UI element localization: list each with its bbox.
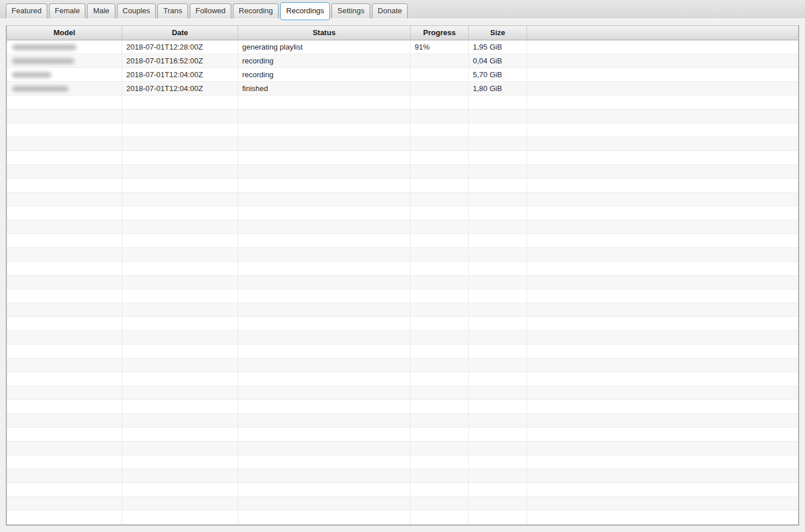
cell-model xyxy=(7,289,122,303)
cell-spacer xyxy=(527,137,798,151)
table-row-empty xyxy=(7,276,798,289)
cell-model xyxy=(7,234,122,248)
table-row[interactable]: 2018-07-01T16:52:00Zrecording0,04 GiB xyxy=(7,54,798,68)
tab-settings[interactable]: Settings xyxy=(332,3,370,18)
table-row-empty xyxy=(7,469,798,483)
cell-spacer xyxy=(527,289,798,303)
cell-size: 1,80 GiB xyxy=(469,82,527,96)
tab-donate[interactable]: Donate xyxy=(372,3,408,18)
cell-progress xyxy=(411,248,469,262)
cell-date: 2018-07-01T12:04:00Z xyxy=(122,68,238,82)
cell-status xyxy=(238,345,411,359)
tab-couples[interactable]: Couples xyxy=(117,3,156,18)
cell-model xyxy=(7,137,122,151)
table-row-empty xyxy=(7,193,798,206)
cell-model xyxy=(7,165,122,179)
cell-model xyxy=(7,414,122,428)
cell-progress xyxy=(411,96,469,110)
table-row[interactable]: 2018-07-01T12:04:00Zrecording5,70 GiB xyxy=(7,68,798,82)
cell-date xyxy=(122,386,238,400)
table-row[interactable]: 2018-07-01T12:28:00Zgenerating playlist9… xyxy=(7,40,798,54)
cell-spacer xyxy=(527,386,798,400)
table-row-empty xyxy=(7,414,798,428)
tab-recording[interactable]: Recording xyxy=(233,3,279,18)
cell-status xyxy=(238,483,411,497)
cell-status xyxy=(238,442,411,455)
table-row-empty xyxy=(7,386,798,400)
cell-model xyxy=(7,123,122,137)
cell-status xyxy=(238,414,411,428)
cell-progress xyxy=(411,137,469,151)
tab-featured[interactable]: Featured xyxy=(6,3,47,18)
column-header-date[interactable]: Date xyxy=(122,26,238,40)
cell-date xyxy=(122,276,238,289)
redacted-model-name xyxy=(12,72,51,78)
cell-spacer xyxy=(527,511,798,525)
redacted-model-name xyxy=(12,44,77,50)
cell-size: 0,04 GiB xyxy=(469,54,527,68)
cell-date xyxy=(122,206,238,220)
cell-date xyxy=(122,96,238,110)
tab-male[interactable]: Male xyxy=(87,3,115,18)
cell-spacer xyxy=(527,40,798,54)
cell-spacer xyxy=(527,220,798,234)
table-row-empty xyxy=(7,303,798,317)
cell-date xyxy=(122,193,238,206)
cell-date xyxy=(122,165,238,179)
cell-status: recording xyxy=(238,54,411,68)
table-row-empty xyxy=(7,220,798,234)
cell-spacer xyxy=(527,331,798,345)
cell-size xyxy=(469,276,527,289)
cell-spacer xyxy=(527,123,798,137)
cell-model xyxy=(7,345,122,359)
tab-female[interactable]: Female xyxy=(49,3,85,18)
column-header-status[interactable]: Status xyxy=(238,26,411,40)
column-header-size[interactable]: Size xyxy=(469,26,527,40)
tab-followed[interactable]: Followed xyxy=(190,3,231,18)
cell-progress xyxy=(411,400,469,414)
table-row-empty xyxy=(7,483,798,497)
cell-status xyxy=(238,234,411,248)
cell-progress xyxy=(411,276,469,289)
cell-size: 1,95 GiB xyxy=(469,40,527,54)
cell-date xyxy=(122,234,238,248)
cell-model xyxy=(7,483,122,497)
cell-model xyxy=(7,262,122,276)
cell-model xyxy=(7,151,122,165)
table-row-empty xyxy=(7,455,798,469)
cell-progress xyxy=(411,54,469,68)
cell-size xyxy=(469,497,527,511)
table-row-empty xyxy=(7,400,798,414)
table-row-empty xyxy=(7,110,798,123)
cell-size xyxy=(469,151,527,165)
cell-spacer xyxy=(527,345,798,359)
table-row-empty xyxy=(7,497,798,511)
cell-date xyxy=(122,303,238,317)
cell-size xyxy=(469,206,527,220)
tab-trans[interactable]: Trans xyxy=(157,3,188,18)
cell-size xyxy=(469,483,527,497)
cell-status xyxy=(238,276,411,289)
table-row-empty xyxy=(7,262,798,276)
column-header-model[interactable]: Model xyxy=(7,26,122,40)
cell-date xyxy=(122,248,238,262)
cell-model xyxy=(7,455,122,469)
cell-size xyxy=(469,179,527,193)
cell-model xyxy=(7,386,122,400)
cell-spacer xyxy=(527,179,798,193)
table-row[interactable]: 2018-07-01T12:04:00Zfinished1,80 GiB xyxy=(7,82,798,96)
cell-model xyxy=(7,359,122,372)
cell-spacer xyxy=(527,82,798,96)
cell-size xyxy=(469,455,527,469)
cell-spacer xyxy=(527,414,798,428)
cell-progress xyxy=(411,193,469,206)
table-row-empty xyxy=(7,511,798,525)
cell-size xyxy=(469,165,527,179)
table-row-empty xyxy=(7,248,798,262)
column-header-progress[interactable]: Progress xyxy=(411,26,469,40)
tab-recordings[interactable]: Recordings xyxy=(280,2,330,20)
cell-size xyxy=(469,469,527,483)
cell-model xyxy=(7,442,122,455)
cell-progress xyxy=(411,359,469,372)
column-header-spacer[interactable] xyxy=(527,26,798,40)
